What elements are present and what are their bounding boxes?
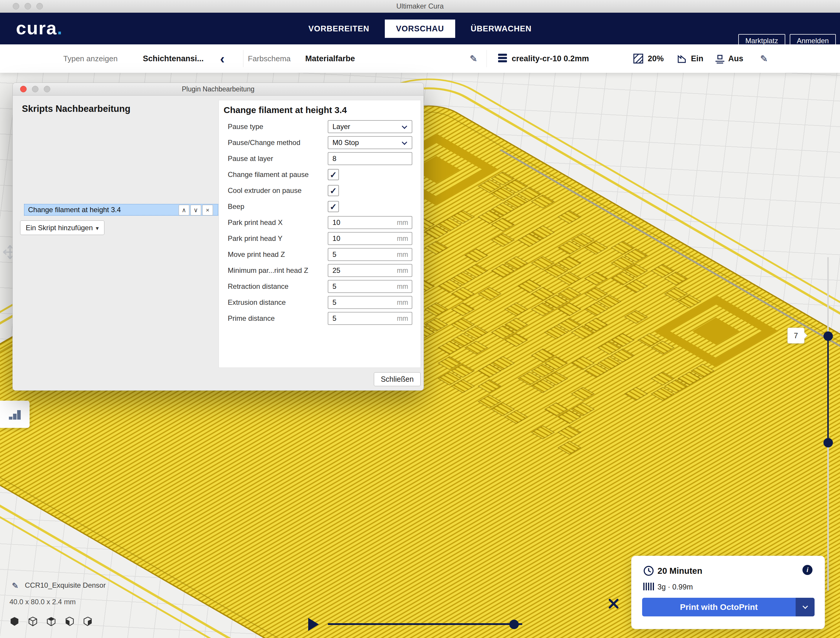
dialog-field-row: Pause typeLayer xyxy=(219,119,421,135)
view-left-button[interactable] xyxy=(64,616,75,627)
print-options-dropdown[interactable] xyxy=(796,598,815,616)
infill-icon xyxy=(633,53,644,64)
clock-icon xyxy=(643,565,655,577)
dialog-field-row: Park print head X10mm xyxy=(219,215,421,231)
cool-extruder-checkbox[interactable]: ✓ xyxy=(328,185,339,196)
park-head-x-input[interactable]: 10mm xyxy=(328,216,412,229)
preview-toolbar: Typen anzeigen Schichtenansi... ‹ Farbsc… xyxy=(0,44,840,73)
add-script-button[interactable]: Ein Skript hinzufügen▾ xyxy=(20,220,104,235)
pause-method-select[interactable]: M0 Stop xyxy=(328,136,412,149)
view-3d-button[interactable] xyxy=(9,616,20,627)
material-icon xyxy=(643,583,654,591)
field-label: Cool extruder on pause xyxy=(228,187,302,195)
infill-value[interactable]: 20% xyxy=(648,54,664,63)
layers-stairs-icon xyxy=(8,407,22,421)
timeline-track[interactable] xyxy=(328,623,522,625)
pause-at-layer-input[interactable]: 8 xyxy=(328,152,412,165)
checkmark-icon: ✓ xyxy=(330,202,337,212)
field-label: Pause/Change method xyxy=(228,138,300,147)
color-scheme-label: Farbschema xyxy=(248,54,291,63)
extrusion-distance-input[interactable]: 5mm xyxy=(328,296,412,309)
script-settings-panel: Change filament at height 3.4 Pause type… xyxy=(219,100,421,368)
app-header: cura. VORBEREITEN VORSCHAU ÜBERWACHEN Ma… xyxy=(0,13,840,44)
edit-color-scheme-pencil-icon[interactable]: ✎ xyxy=(470,53,477,64)
unit-label: mm xyxy=(397,315,408,323)
field-label: Extrusion distance xyxy=(228,298,286,307)
dialog-field-row: Pause at layer8 xyxy=(219,150,421,166)
layer-indicator-badge: 7 xyxy=(787,328,805,344)
timeline-handle[interactable] xyxy=(509,620,519,629)
dialog-field-row: Cool extruder on pause✓ xyxy=(219,182,421,199)
dialog-close-button[interactable]: Schließen xyxy=(374,372,421,386)
view-type-value[interactable]: Schichtenansi... xyxy=(143,54,204,63)
unit-label: mm xyxy=(397,267,408,275)
play-button[interactable] xyxy=(308,618,319,631)
support-icon xyxy=(677,53,687,64)
dialog-field-row: Retraction distance5mm xyxy=(219,279,421,294)
field-label: Move print head Z xyxy=(228,250,285,259)
layer-view-tool-tile[interactable] xyxy=(0,401,30,428)
prime-distance-input[interactable]: 5mm xyxy=(328,312,412,325)
view-type-label: Typen anzeigen xyxy=(63,54,118,63)
view-top-button[interactable] xyxy=(46,616,57,627)
app-root: Ultimaker Cura cura. VORBEREITEN VORSCHA… xyxy=(0,0,840,638)
dialog-field-row: Change filament at pause✓ xyxy=(219,166,421,182)
checkmark-icon: ✓ xyxy=(330,170,337,180)
field-label: Prime distance xyxy=(228,314,275,323)
stage-tabs: VORBEREITEN VORSCHAU ÜBERWACHEN xyxy=(0,13,840,44)
scripts-heading: Skripts Nachbearbeitung xyxy=(22,104,130,114)
field-label: Beep xyxy=(228,203,244,211)
dialog-field-row: Prime distance5mm xyxy=(219,310,421,326)
dialog-title: Plugin Nachbearbeitung xyxy=(13,85,423,93)
move-script-down-button[interactable]: ∨ xyxy=(191,205,201,215)
tab-vorbereiten[interactable]: VORBEREITEN xyxy=(297,19,381,38)
tab-ueberwachen[interactable]: ÜBERWACHEN xyxy=(459,19,543,38)
beep-checkbox[interactable]: ✓ xyxy=(328,201,339,212)
park-head-y-input[interactable]: 10mm xyxy=(328,232,412,245)
adhesion-value[interactable]: Aus xyxy=(728,54,743,63)
toolbar-divider xyxy=(486,50,487,67)
layer-height-icon xyxy=(498,54,507,63)
view-right-button[interactable] xyxy=(82,616,93,627)
dialog-field-row: Extrusion distance5mm xyxy=(219,294,421,310)
print-with-octoprint-button[interactable]: Print with OctoPrint xyxy=(642,598,815,616)
change-filament-checkbox[interactable]: ✓ xyxy=(328,169,339,180)
material-usage: 3g · 0.99m xyxy=(657,583,693,591)
color-scheme-value[interactable]: Materialfarbe xyxy=(305,54,355,63)
signin-button[interactable]: Anmelden xyxy=(790,34,836,47)
dialog-field-row: Minimum par...rint head Z25mm xyxy=(219,263,421,279)
checkmark-icon: ✓ xyxy=(330,186,337,196)
support-value[interactable]: Ein xyxy=(691,54,703,63)
chevron-down-icon xyxy=(402,139,407,145)
field-label: Park print head Y xyxy=(228,234,283,243)
tab-vorschau[interactable]: VORSCHAU xyxy=(385,19,455,38)
script-list-item-selected[interactable]: Change filament at height 3.4 ∧ ∨ × xyxy=(24,204,218,216)
collapse-chevron-icon[interactable]: ‹ xyxy=(220,54,224,63)
view-front-button[interactable] xyxy=(27,616,38,627)
printer-profile-label[interactable]: creality-cr-10 0.2mm xyxy=(512,54,589,63)
move-head-z-input[interactable]: 5mm xyxy=(328,248,412,261)
edit-print-settings-pencil-icon[interactable]: ✎ xyxy=(760,53,768,64)
dialog-field-row: Pause/Change methodM0 Stop xyxy=(219,135,421,150)
move-script-up-button[interactable]: ∧ xyxy=(178,205,189,215)
camera-view-buttons xyxy=(9,616,93,627)
retraction-distance-input[interactable]: 5mm xyxy=(328,280,412,293)
min-head-z-input[interactable]: 25mm xyxy=(328,264,412,277)
tools-icon[interactable] xyxy=(606,597,621,611)
marketplace-button[interactable]: Marktplatz xyxy=(738,34,785,47)
layer-slider-lower-handle[interactable] xyxy=(823,438,833,447)
info-icon[interactable]: i xyxy=(802,565,813,575)
field-label: Park print head X xyxy=(228,218,283,227)
pause-type-select[interactable]: Layer xyxy=(328,120,412,133)
rename-model-pencil-icon[interactable]: ✎ xyxy=(12,581,19,591)
adhesion-icon xyxy=(715,53,725,64)
layer-slider-range[interactable] xyxy=(827,336,829,443)
print-summary-card: 20 Minuten i 3g · 0.99m Print with OctoP… xyxy=(631,556,825,629)
field-label: Change filament at pause xyxy=(228,171,309,179)
layer-slider-upper-handle[interactable] xyxy=(823,331,833,341)
remove-script-button[interactable]: × xyxy=(202,205,213,215)
chevron-down-icon xyxy=(402,123,407,129)
model-name: CCR10_Exquisite Densor xyxy=(25,581,106,589)
model-dimensions: 40.0 x 80.0 x 2.4 mm xyxy=(9,598,76,606)
window-title: Ultimaker Cura xyxy=(0,2,840,10)
